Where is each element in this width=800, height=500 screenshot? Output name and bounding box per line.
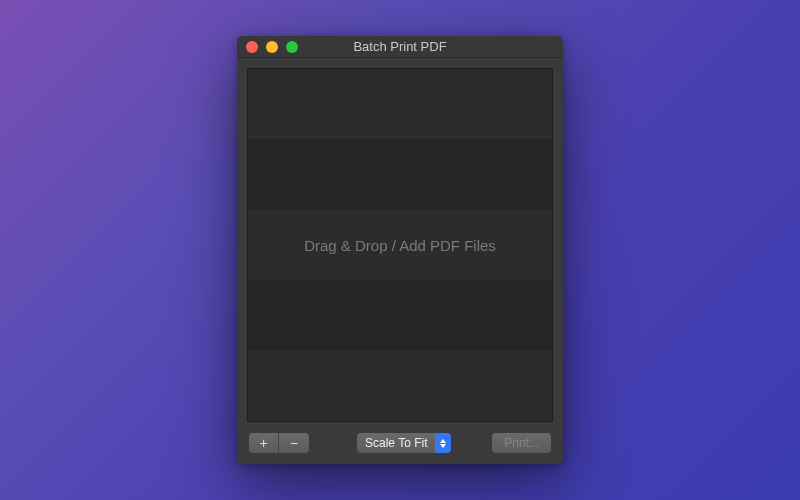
- file-dropzone[interactable]: Drag & Drop / Add PDF Files: [247, 68, 553, 422]
- dropzone-placeholder: Drag & Drop / Add PDF Files: [304, 237, 496, 254]
- scale-mode-select[interactable]: Scale To Fit: [357, 433, 451, 453]
- close-icon[interactable]: [246, 41, 258, 53]
- scale-mode-label: Scale To Fit: [357, 433, 435, 453]
- traffic-lights: [237, 41, 298, 53]
- content-area: Drag & Drop / Add PDF Files + − Scale To…: [237, 58, 563, 464]
- add-button[interactable]: +: [249, 433, 279, 453]
- app-window: Batch Print PDF Drag & Drop / Add PDF Fi…: [237, 36, 563, 464]
- remove-button[interactable]: −: [279, 433, 309, 453]
- print-button[interactable]: Print...: [492, 433, 551, 453]
- minus-icon: −: [290, 436, 298, 450]
- list-row: [248, 69, 552, 139]
- list-row: [248, 280, 552, 350]
- maximize-icon[interactable]: [286, 41, 298, 53]
- stepper-arrows-icon: [435, 433, 451, 453]
- list-row: [248, 139, 552, 209]
- chevron-up-icon: [440, 439, 446, 443]
- bottom-toolbar: + − Scale To Fit Print...: [247, 422, 553, 464]
- plus-icon: +: [259, 436, 267, 450]
- add-remove-segment: + −: [249, 433, 309, 453]
- minimize-icon[interactable]: [266, 41, 278, 53]
- list-row: [248, 351, 552, 421]
- chevron-down-icon: [440, 444, 446, 448]
- titlebar[interactable]: Batch Print PDF: [237, 36, 563, 58]
